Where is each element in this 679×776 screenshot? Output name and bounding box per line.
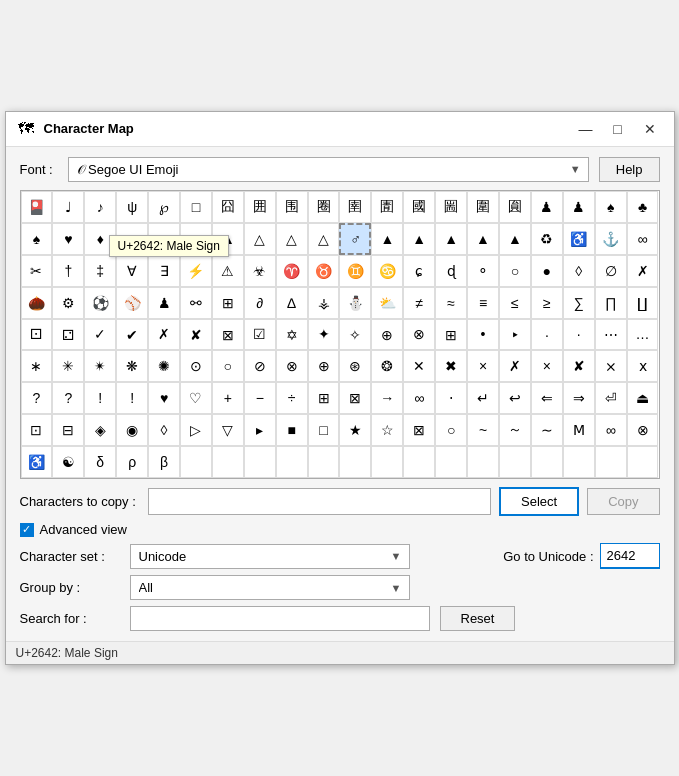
char-cell[interactable]: ∗ xyxy=(21,350,53,382)
char-cell[interactable]: ∆ xyxy=(276,287,308,319)
char-cell[interactable]: 圎 xyxy=(499,191,531,223)
char-cell[interactable]: ♋ xyxy=(371,255,403,287)
minimize-button[interactable]: — xyxy=(572,118,600,140)
char-cell[interactable]: ∞ xyxy=(403,382,435,414)
char-cell[interactable]: ∏ xyxy=(595,287,627,319)
char-cell[interactable]: ■ xyxy=(276,414,308,446)
char-cell[interactable]: ✓ xyxy=(84,319,116,351)
char-cell[interactable]: ∑ xyxy=(563,287,595,319)
char-cell[interactable]: → xyxy=(371,382,403,414)
char-cell[interactable]: ☆ xyxy=(371,414,403,446)
char-cell[interactable]: ⊕ xyxy=(371,319,403,351)
char-cell[interactable]: ⇒ xyxy=(563,382,595,414)
char-cell[interactable]: ▲ xyxy=(467,223,499,255)
char-cell[interactable]: ℘ xyxy=(148,191,180,223)
char-cell[interactable]: ⊗ xyxy=(276,350,308,382)
char-cell[interactable]: ⊞ xyxy=(435,319,467,351)
char-cell[interactable]: ♥ xyxy=(148,382,180,414)
char-cell[interactable]: ! xyxy=(116,382,148,414)
char-cell[interactable] xyxy=(467,446,499,478)
group-by-select[interactable]: All Unicode Subrange xyxy=(130,575,410,600)
char-cell[interactable]: ♿ xyxy=(563,223,595,255)
char-cell[interactable] xyxy=(499,446,531,478)
char-cell[interactable]: 🎴 xyxy=(21,191,53,223)
char-cell[interactable]: ✖ xyxy=(435,350,467,382)
char-cell[interactable]: ⊠ xyxy=(339,382,371,414)
char-cell[interactable]: ♠ xyxy=(21,223,53,255)
char-cell[interactable] xyxy=(595,446,627,478)
char-cell[interactable]: ∀ xyxy=(116,255,148,287)
char-cell[interactable]: ▲ xyxy=(499,223,531,255)
char-cell[interactable]: ∅ xyxy=(595,255,627,287)
char-cell[interactable]: Ⅿ xyxy=(563,414,595,446)
char-cell[interactable]: β xyxy=(148,446,180,478)
char-cell[interactable]: • xyxy=(467,319,499,351)
char-cell[interactable]: △ xyxy=(244,223,276,255)
char-cell[interactable]: ♿ xyxy=(21,446,53,478)
char-cell[interactable]: ▲ xyxy=(212,223,244,255)
char-cell[interactable]: ♦ xyxy=(84,223,116,255)
char-cell[interactable]: ⇐ xyxy=(531,382,563,414)
char-cell[interactable]: ≤ xyxy=(499,287,531,319)
char-cell[interactable]: 🌰 xyxy=(21,287,53,319)
char-cell[interactable]: ⊗ xyxy=(627,414,659,446)
char-cell[interactable]: ⊙ xyxy=(180,350,212,382)
char-cell[interactable] xyxy=(308,446,340,478)
char-cell[interactable]: ⛄ xyxy=(339,287,371,319)
char-cell[interactable]: ☻ xyxy=(148,223,180,255)
char-cell[interactable]: ♪ xyxy=(84,191,116,223)
char-cell[interactable]: ≡ xyxy=(467,287,499,319)
char-cell[interactable]: ≈ xyxy=(435,287,467,319)
char-cell[interactable]: ⏎ xyxy=(595,382,627,414)
character-set-select[interactable]: Unicode ASCII Windows-1252 xyxy=(130,544,410,569)
reset-button[interactable]: Reset xyxy=(440,606,516,631)
char-cell[interactable]: ∞ xyxy=(627,223,659,255)
char-cell[interactable]: ♠ xyxy=(595,191,627,223)
char-cell[interactable]: △ xyxy=(308,223,340,255)
go-to-unicode-input[interactable] xyxy=(600,543,660,569)
char-cell[interactable]: δ xyxy=(84,446,116,478)
char-cell[interactable]: □ xyxy=(180,191,212,223)
char-cell[interactable]: ✴ xyxy=(84,350,116,382)
char-cell[interactable]: ▲ xyxy=(371,223,403,255)
char-cell[interactable]: ✘ xyxy=(180,319,212,351)
char-cell[interactable]: ✘ xyxy=(563,350,595,382)
char-cell[interactable]: ◊ xyxy=(148,414,180,446)
char-cell[interactable] xyxy=(627,446,659,478)
char-cell[interactable]: ⚓ xyxy=(595,223,627,255)
char-cell[interactable]: ∙ xyxy=(563,319,595,351)
copy-button[interactable]: Copy xyxy=(587,488,659,515)
char-cell[interactable] xyxy=(339,446,371,478)
char-cell[interactable]: ↵ xyxy=(467,382,499,414)
char-cell[interactable]: ⚁ xyxy=(52,319,84,351)
char-cell[interactable]: ρ xyxy=(116,446,148,478)
char-cell[interactable]: ⚶ xyxy=(308,287,340,319)
char-cell[interactable] xyxy=(244,446,276,478)
maximize-button[interactable]: □ xyxy=(604,118,632,140)
char-cell[interactable]: ✗ xyxy=(499,350,531,382)
char-cell[interactable]: ⊠ xyxy=(212,319,244,351)
char-cell[interactable]: ✦ xyxy=(308,319,340,351)
char-cell[interactable]: 囧 xyxy=(212,191,244,223)
char-cell[interactable] xyxy=(212,446,244,478)
char-cell[interactable]: 圉 xyxy=(339,191,371,223)
char-cell[interactable]: ♣ xyxy=(627,191,659,223)
char-cell[interactable]: ‡ xyxy=(84,255,116,287)
char-cell[interactable]: ● xyxy=(531,255,563,287)
help-button[interactable]: Help xyxy=(599,157,660,182)
char-cell[interactable]: ‣ xyxy=(499,319,531,351)
char-cell[interactable]: × xyxy=(467,350,499,382)
char-cell[interactable]: ψ xyxy=(116,191,148,223)
char-cell[interactable]: ɕ xyxy=(403,255,435,287)
char-cell[interactable]: 圈 xyxy=(308,191,340,223)
char-cell[interactable]: ⚽ xyxy=(84,287,116,319)
char-cell[interactable]: ⊞ xyxy=(212,287,244,319)
char-cell[interactable]: ○ xyxy=(499,255,531,287)
char-cell[interactable]: ⚀ xyxy=(21,319,53,351)
char-cell[interactable]: + xyxy=(212,382,244,414)
char-cell[interactable]: ≠ xyxy=(403,287,435,319)
font-select[interactable]: 𝒪 Segoe UI Emoji xyxy=(68,157,589,182)
char-cell[interactable]: ↩ xyxy=(499,382,531,414)
char-cell[interactable]: ⚾ xyxy=(116,287,148,319)
char-cell[interactable]: ☣ xyxy=(244,255,276,287)
